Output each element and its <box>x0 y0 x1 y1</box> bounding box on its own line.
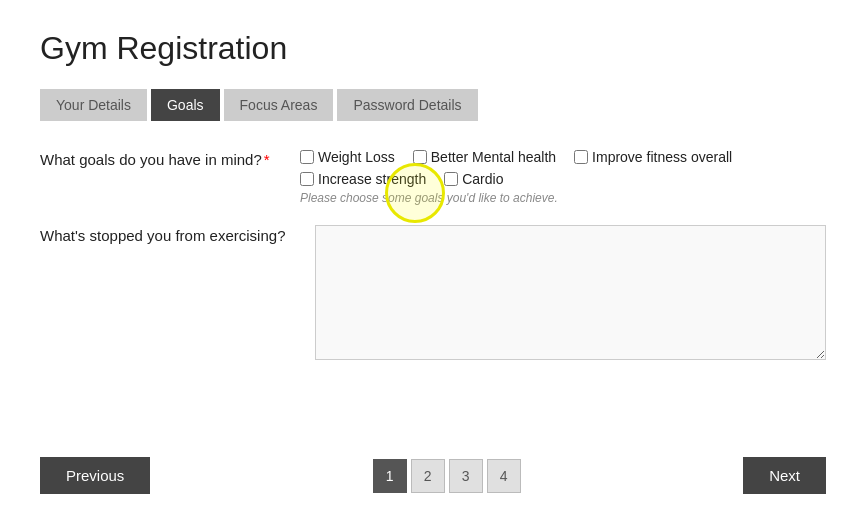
page-title: Gym Registration <box>40 30 826 67</box>
checkbox-weight-loss-input[interactable] <box>300 150 314 164</box>
tab-bar: Your Details Goals Focus Areas Password … <box>40 89 826 121</box>
stopped-textarea[interactable] <box>315 225 826 360</box>
next-button[interactable]: Next <box>743 457 826 494</box>
tab-your-details[interactable]: Your Details <box>40 89 147 121</box>
stopped-label: What's stopped you from exercising? <box>40 225 285 244</box>
page-4-button[interactable]: 4 <box>487 459 521 493</box>
goals-hint: Please choose some goals you'd like to a… <box>300 191 826 205</box>
goals-row-2: Increase strength Cardio <box>300 171 826 187</box>
page-2-button[interactable]: 2 <box>411 459 445 493</box>
goals-checkboxes: Weight Loss Better Mental health Improve… <box>300 149 826 187</box>
checkbox-improve-fitness[interactable]: Improve fitness overall <box>574 149 732 165</box>
previous-button[interactable]: Previous <box>40 457 150 494</box>
checkbox-increase-strength-input[interactable] <box>300 172 314 186</box>
tab-password-details[interactable]: Password Details <box>337 89 477 121</box>
checkbox-weight-loss[interactable]: Weight Loss <box>300 149 395 165</box>
checkbox-cardio-input[interactable] <box>444 172 458 186</box>
checkbox-increase-strength[interactable]: Increase strength <box>300 171 426 187</box>
pagination: 1 2 3 4 <box>373 459 521 493</box>
checkbox-improve-fitness-input[interactable] <box>574 150 588 164</box>
checkbox-cardio[interactable]: Cardio <box>444 171 503 187</box>
stopped-field <box>315 225 826 364</box>
tab-goals[interactable]: Goals <box>151 89 220 121</box>
stopped-row: What's stopped you from exercising? <box>40 225 826 364</box>
form-section: What goals do you have in mind?* Weight … <box>40 149 826 364</box>
checkbox-better-mental-health[interactable]: Better Mental health <box>413 149 556 165</box>
goals-row-1: Weight Loss Better Mental health Improve… <box>300 149 826 165</box>
goals-label: What goals do you have in mind?* <box>40 149 270 168</box>
page-1-button[interactable]: 1 <box>373 459 407 493</box>
goals-row: What goals do you have in mind?* Weight … <box>40 149 826 205</box>
required-indicator: * <box>264 151 270 168</box>
tab-focus-areas[interactable]: Focus Areas <box>224 89 334 121</box>
checkbox-better-mental-health-input[interactable] <box>413 150 427 164</box>
page-3-button[interactable]: 3 <box>449 459 483 493</box>
goals-field: Weight Loss Better Mental health Improve… <box>300 149 826 205</box>
footer: Previous 1 2 3 4 Next <box>0 429 866 514</box>
